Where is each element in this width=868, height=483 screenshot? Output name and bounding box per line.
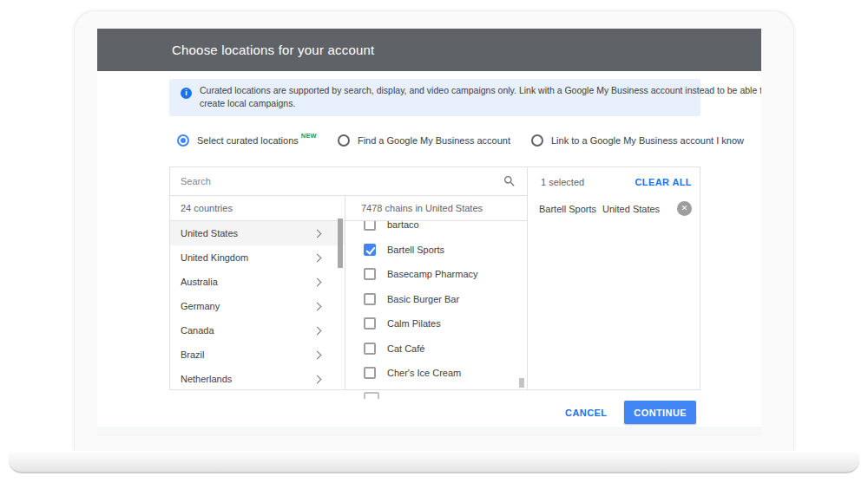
selected-count: 1 selected bbox=[541, 177, 584, 187]
radio-option-1[interactable]: Select curated locationsNEW bbox=[177, 134, 317, 148]
chain-row[interactable]: Cat Café bbox=[345, 336, 527, 362]
banner-text-line: Curated locations are supported by searc… bbox=[200, 84, 681, 97]
radio-icon bbox=[177, 134, 189, 147]
radio-label: Link to a Google My Business account I k… bbox=[551, 134, 744, 148]
selection-header: 1 selected CLEAR ALL bbox=[528, 167, 700, 196]
laptop-screen: Choose locations for your account i Cura… bbox=[97, 29, 761, 436]
chain-row[interactable]: Cher's Ice Cream bbox=[345, 361, 527, 386]
dialog-title: Choose locations for your account bbox=[172, 29, 374, 71]
chain-row[interactable]: Basecamp Pharmacy bbox=[345, 262, 527, 287]
country-label: Germany bbox=[181, 301, 314, 311]
clear-all-button[interactable]: CLEAR ALL bbox=[635, 177, 692, 187]
cancel-button[interactable]: CANCEL bbox=[560, 408, 612, 418]
country-label: United States bbox=[181, 228, 314, 238]
chevron-right-icon bbox=[313, 277, 322, 286]
radio-icon bbox=[338, 134, 350, 147]
chain-row[interactable]: Basic Burger Bar bbox=[345, 287, 527, 312]
location-picker-panel: 1 selected CLEAR ALL 24 countries United… bbox=[169, 166, 700, 390]
checkbox[interactable] bbox=[364, 317, 376, 330]
chain-row[interactable]: Bartell Sports bbox=[345, 238, 527, 263]
chevron-right-icon bbox=[313, 350, 322, 359]
picker-top-row: 1 selected CLEAR ALL bbox=[170, 167, 700, 196]
selected-item-country: United States bbox=[602, 204, 660, 214]
dialog-footer: CANCEL CONTINUE bbox=[560, 401, 696, 424]
laptop-frame: Choose locations for your account i Cura… bbox=[74, 10, 794, 451]
radio-option-2[interactable]: Find a Google My Business account bbox=[338, 134, 510, 148]
country-row[interactable]: Germany bbox=[170, 294, 345, 318]
chevron-right-icon bbox=[313, 375, 322, 383]
radio-icon bbox=[531, 134, 543, 147]
search-icon bbox=[503, 174, 516, 188]
chain-list: bartacoBartell SportsBasecamp PharmacyBa… bbox=[345, 221, 527, 399]
country-row[interactable]: Netherlands bbox=[170, 367, 345, 389]
country-row[interactable]: United States bbox=[170, 221, 345, 245]
close-icon: ✕ bbox=[681, 204, 688, 212]
countries-scrollbar-thumb[interactable] bbox=[338, 219, 343, 268]
checkbox[interactable] bbox=[364, 293, 376, 305]
remove-selected-button[interactable]: ✕ bbox=[677, 201, 692, 216]
country-label: Canada bbox=[181, 325, 314, 336]
picker-columns: 24 countries United StatesUnited Kingdom… bbox=[170, 196, 700, 389]
radio-label: Select curated locations bbox=[197, 134, 299, 148]
continue-button[interactable]: CONTINUE bbox=[624, 401, 696, 424]
chain-list-viewport: bartacoBartell SportsBasecamp PharmacyBa… bbox=[345, 221, 527, 399]
page-background: Choose locations for your account i Cura… bbox=[0, 0, 868, 483]
chains-scrollbar-thumb[interactable] bbox=[519, 378, 524, 388]
selected-items-column: Bartell SportsUnited States✕ bbox=[528, 196, 700, 389]
radio-label: Find a Google My Business account bbox=[358, 134, 510, 148]
country-row[interactable]: Canada bbox=[170, 318, 345, 343]
checkbox[interactable] bbox=[364, 367, 376, 379]
search-box bbox=[170, 167, 528, 196]
dialog-header: Choose locations for your account bbox=[97, 29, 761, 71]
checkbox[interactable] bbox=[364, 244, 376, 256]
country-label: United Kingdom bbox=[181, 252, 314, 263]
country-row[interactable]: Brazil bbox=[170, 343, 345, 367]
selected-item-row: Bartell SportsUnited States✕ bbox=[528, 196, 700, 221]
chain-label: Cher's Ice Cream bbox=[387, 368, 461, 378]
chain-label: Calm Pilates bbox=[387, 318, 441, 329]
laptop-base bbox=[9, 451, 859, 473]
chains-column: 7478 chains in United States bartacoBart… bbox=[345, 196, 528, 389]
country-list: United StatesUnited KingdomAustraliaGerm… bbox=[170, 221, 345, 389]
chain-label: Basecamp Pharmacy bbox=[387, 269, 478, 279]
checkbox[interactable] bbox=[364, 221, 376, 231]
search-input[interactable] bbox=[170, 167, 527, 195]
country-label: Brazil bbox=[181, 349, 314, 360]
radio-group: Select curated locationsNEWFind a Google… bbox=[177, 130, 744, 151]
radio-option-3[interactable]: Link to a Google My Business account I k… bbox=[531, 134, 744, 148]
chain-label: Cat Café bbox=[387, 343, 424, 354]
chevron-right-icon bbox=[313, 229, 322, 238]
country-label: Australia bbox=[181, 277, 314, 287]
chain-label: Basic Burger Bar bbox=[387, 294, 459, 304]
info-banner: i Curated locations are supported by sea… bbox=[169, 79, 700, 116]
countries-column: 24 countries United StatesUnited Kingdom… bbox=[170, 196, 345, 389]
checkbox[interactable] bbox=[364, 343, 376, 355]
screen-background-strip bbox=[97, 427, 761, 436]
chevron-right-icon bbox=[313, 253, 322, 262]
chain-row[interactable]: Calm Pilates bbox=[345, 311, 527, 336]
selected-item-name: Bartell Sports bbox=[539, 204, 596, 214]
country-row[interactable]: Australia bbox=[170, 270, 345, 294]
new-badge: NEW bbox=[301, 132, 317, 140]
chain-label: Bartell Sports bbox=[387, 245, 444, 255]
country-row[interactable]: United Kingdom bbox=[170, 245, 345, 270]
chains-header: 7478 chains in United States bbox=[345, 196, 527, 221]
chevron-right-icon bbox=[313, 302, 322, 310]
banner-text-line: create local campaigns. bbox=[200, 97, 681, 110]
chain-label: bartaco bbox=[387, 221, 419, 230]
countries-header: 24 countries bbox=[170, 196, 345, 221]
chevron-right-icon bbox=[313, 326, 322, 335]
chain-row[interactable]: bartaco bbox=[345, 221, 527, 238]
country-label: Netherlands bbox=[181, 374, 314, 384]
info-icon: i bbox=[181, 88, 192, 99]
checkbox[interactable] bbox=[364, 268, 376, 280]
